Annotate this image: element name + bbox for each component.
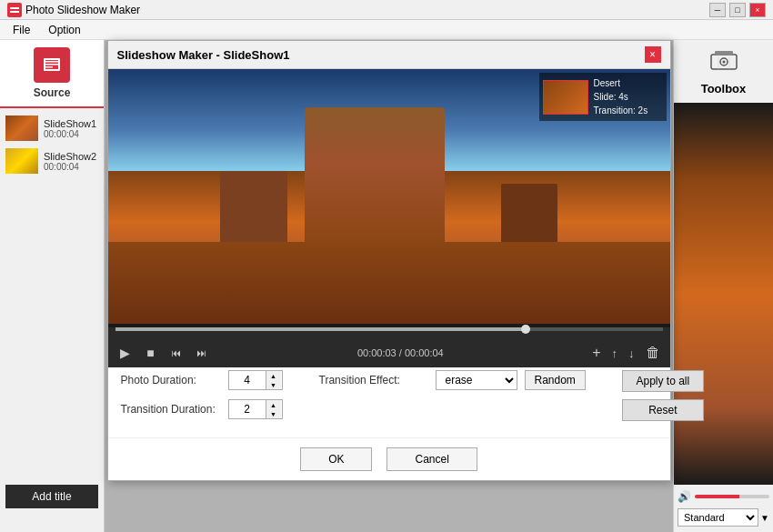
effect-panel: Photo Duration: ▲ ▼ Transition Duration: [108,361,670,437]
thumbnail-strip: Desert Slide: 4s Transition: 2s [539,73,667,121]
dialog-overlay: Slideshow Maker - SlideShow1 × [105,40,673,532]
svg-rect-7 [45,66,53,68]
source-label: Source [34,86,71,99]
cancel-button[interactable]: Cancel [386,447,477,471]
volume-row: 🔊 [674,485,773,508]
list-item[interactable]: SlideShow2 00:00:04 [0,145,104,177]
source-icon [34,47,70,83]
dialog-footer: OK Cancel [108,437,670,480]
progress-fill [115,327,527,331]
photo-duration-down[interactable]: ▼ [266,380,281,389]
standard-row: Standard HD 4K ▼ [674,508,773,532]
slideshow-name-1: SlideShow1 [44,118,96,129]
window-controls: ─ □ × [709,3,766,17]
svg-rect-6 [45,64,58,65]
toolbox: Toolbox 🔊 Standard HD 4K ▼ [673,40,773,532]
menu-bar: File Option [0,20,773,40]
svg-rect-9 [715,51,733,55]
list-item[interactable]: SlideShow1 00:00:04 [0,112,104,145]
transition-duration-down[interactable]: ▼ [266,409,281,418]
svg-rect-1 [10,7,19,9]
rock-left [220,171,287,247]
play-button[interactable]: ▶ [115,343,136,363]
source-button[interactable]: Source [0,40,104,108]
transition-duration-input-group[interactable]: ▲ ▼ [228,399,283,419]
app-icon [7,3,22,17]
forward-button[interactable]: ⏭ [192,343,212,363]
menu-option[interactable]: Option [39,22,89,38]
transition-duration-row: Transition Duration: ▲ ▼ [121,399,283,419]
svg-rect-2 [10,11,19,13]
sidebar: Source SlideShow1 00:00:04 SlideShow2 00… [0,40,105,532]
volume-slider[interactable] [695,495,769,498]
standard-select[interactable]: Standard HD 4K [678,508,758,527]
photo-duration-input-group[interactable]: ▲ ▼ [228,370,283,390]
maximize-button[interactable]: □ [729,3,746,17]
svg-point-11 [722,61,725,64]
move-up-button[interactable]: ↑ [609,346,621,360]
reset-button[interactable]: Reset [622,399,704,421]
menu-file[interactable]: File [4,22,39,38]
slideshow-info-2: SlideShow2 00:00:04 [44,151,96,172]
toolbox-icon [709,47,738,78]
main-content: Slideshow Maker - SlideShow1 × [105,40,673,532]
photo-duration-row: Photo Duration: ▲ ▼ [121,370,283,390]
photo-duration-up[interactable]: ▲ [266,371,281,380]
video-area: Desert Slide: 4s Transition: 2s ▶ ■ [108,69,670,333]
move-down-button[interactable]: ↓ [626,346,637,360]
transition-duration-up[interactable]: ▲ [266,400,281,409]
minimize-button[interactable]: ─ [709,3,726,17]
left-form: Photo Duration: ▲ ▼ Transition Duration: [121,370,283,428]
rewind-button[interactable]: ⏮ [166,343,186,363]
thumbnail-mini [543,80,588,115]
random-button[interactable]: Random [525,370,586,390]
app-title: Photo Slideshow Maker [25,4,709,16]
thumb-slide: Slide: 4s [594,90,648,104]
transition-effect-label: Transition Effect: [319,374,428,386]
toolbox-label: Toolbox [701,82,747,95]
standard-dropdown-icon: ▼ [760,513,769,523]
ground-element [108,242,670,324]
slideshow-info-1: SlideShow1 00:00:04 [44,118,96,139]
slideshow-list: SlideShow1 00:00:04 SlideShow2 00:00:04 [0,108,104,479]
transition-duration-input[interactable] [229,401,266,417]
dialog-close-button[interactable]: × [645,46,661,63]
slideshow-maker-dialog: Slideshow Maker - SlideShow1 × [107,40,671,481]
volume-icon: 🔊 [678,490,691,503]
thumb-transition: Transition: 2s [594,104,648,117]
right-form: Transition Effect: erase fade dissolve w… [319,370,586,428]
toolbox-header: Toolbox [701,47,747,95]
action-buttons: Apply to all Reset [622,370,704,428]
photo-duration-label: Photo Duration: [121,374,221,386]
stop-button[interactable]: ■ [141,343,161,363]
svg-rect-5 [45,61,58,63]
close-app-button[interactable]: × [749,3,766,17]
controls-row: ▶ ■ ⏮ ⏭ 00:00:03 / 00:00:04 + ↑ ↓ 🗑 [108,338,670,367]
transition-effect-select[interactable]: erase fade dissolve wipe slide [436,370,517,390]
progress-thumb[interactable] [521,325,530,334]
thumbnail-info: Desert Slide: 4s Transition: 2s [594,76,648,117]
add-slide-button[interactable]: + [589,345,603,361]
photo-duration-spinners: ▲ ▼ [266,371,281,389]
photo-duration-input[interactable] [229,372,266,388]
slideshow-time-2: 00:00:04 [44,162,96,172]
progress-bar-row[interactable] [108,327,670,338]
dialog-title-text: Slideshow Maker - SlideShow1 [117,48,290,62]
transition-effect-row: Transition Effect: erase fade dissolve w… [319,370,586,390]
delete-button[interactable]: 🗑 [643,345,663,361]
dialog-title-bar: Slideshow Maker - SlideShow1 × [108,41,670,69]
apply-to-all-button[interactable]: Apply to all [622,370,704,392]
slideshow-thumb-1 [5,115,38,141]
transition-duration-spinners: ▲ ▼ [266,400,281,418]
transition-duration-label: Transition Duration: [121,403,221,416]
progress-track [115,327,663,331]
ok-button[interactable]: OK [300,447,372,471]
slideshow-thumb-2 [5,148,38,174]
add-title-button[interactable]: Add title [5,485,98,508]
title-bar: Photo Slideshow Maker ─ □ × [0,0,773,20]
rock-main [305,107,446,247]
rock-right [501,184,557,247]
svg-rect-0 [7,3,22,17]
time-display: 00:00:03 / 00:00:04 [217,347,585,358]
slideshow-time-1: 00:00:04 [44,129,96,139]
